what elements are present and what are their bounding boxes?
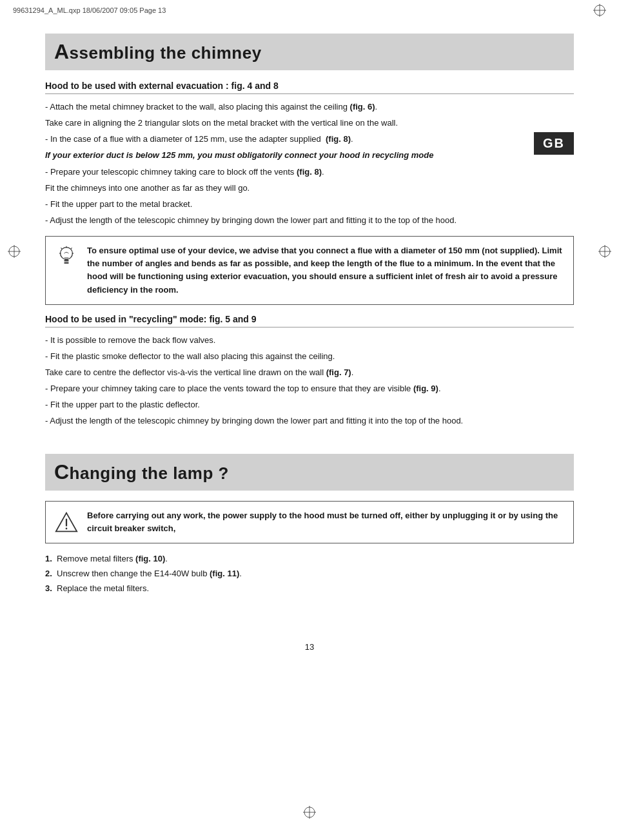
svg-rect-13 [64,260,69,261]
step-2: 2. Unscrew then change the E14-40W bulb … [45,567,574,580]
warning-triangle-icon [55,511,78,534]
warning-box: Before carrying out any work, the power … [45,501,574,543]
subsection1-heading: Hood to be used with external evacuation… [45,81,574,94]
svg-rect-15 [64,259,68,260]
section2-title-rest: hanging the lamp ? [70,464,229,483]
para-1: - Attach the metal chimney bracket to th… [45,101,574,113]
main-content: Assembling the chimney Hood to be used w… [0,21,619,623]
section1-title: Assembling the chimney [54,40,565,64]
step-3: 3. Replace the metal filters. [45,582,574,595]
advisory-icon-area [55,244,78,269]
gb-badge: GB [534,132,574,155]
svg-point-24 [66,527,68,529]
para2-1: - It is possible to remove the back flow… [45,334,574,347]
section2-title: Changing the lamp ? [54,460,565,484]
section1-title-bar: Assembling the chimney [45,34,574,70]
section2-title-bar: Changing the lamp ? [45,454,574,491]
advisory-text: To ensure optimal use of your device, we… [87,244,564,297]
para-5: Fit the chimneys into one another as far… [45,182,574,195]
file-info-text: 99631294_A_ML.qxp 18/06/2007 09:05 Page … [13,6,166,14]
subsection2-block: Hood to be used in "recycling" mode: fig… [45,314,574,428]
steps-list: 1. Remove metal filters (fig. 10). 2. Un… [45,552,574,595]
reg-mark-bottom [303,806,316,821]
para-4: - Prepare your telescopic chimney taking… [45,166,574,179]
step-1: 1. Remove metal filters (fig. 10). [45,552,574,565]
warning-icon-area [55,509,78,534]
page-number: 13 [0,642,619,665]
warning-text: Before carrying out any work, the power … [87,509,564,535]
para2-6: - Adjust the length of the telescopic ch… [45,415,574,427]
crosshair-icon [593,4,606,17]
svg-rect-14 [64,262,69,264]
section1-title-rest: ssembling the chimney [70,43,262,63]
para-2: Take care in aligning the 2 triangular s… [45,117,574,130]
para-3: - In the case of a flue with a diameter … [45,133,574,146]
svg-line-18 [61,248,62,249]
para2-4: - Prepare your chimney taking care to pl… [45,382,574,395]
para-6: - Fit the upper part to the metal bracke… [45,198,574,211]
para2-2: - Fit the plastic smoke deflector to the… [45,350,574,363]
para2-5: - Fit the upper part to the plastic defl… [45,398,574,411]
lightbulb-icon [57,246,75,269]
subsection1-block: Hood to be used with external evacuation… [45,81,574,305]
file-header: 99631294_A_ML.qxp 18/06/2007 09:05 Page … [0,0,619,21]
reg-marks-header [593,4,606,17]
para-7: - Adjust the length of the telescopic ch… [45,214,574,227]
advisory-box: To ensure optimal use of your device, we… [45,236,574,305]
para2-3: Take care to centre the deflector vis-à-… [45,366,574,379]
subsection2-heading: Hood to be used in "recycling" mode: fig… [45,314,574,327]
para-bold-italic: If your exterior duct is below 125 mm, y… [45,149,574,162]
svg-line-17 [71,248,72,249]
page-container: 99631294_A_ML.qxp 18/06/2007 09:05 Page … [0,0,619,840]
